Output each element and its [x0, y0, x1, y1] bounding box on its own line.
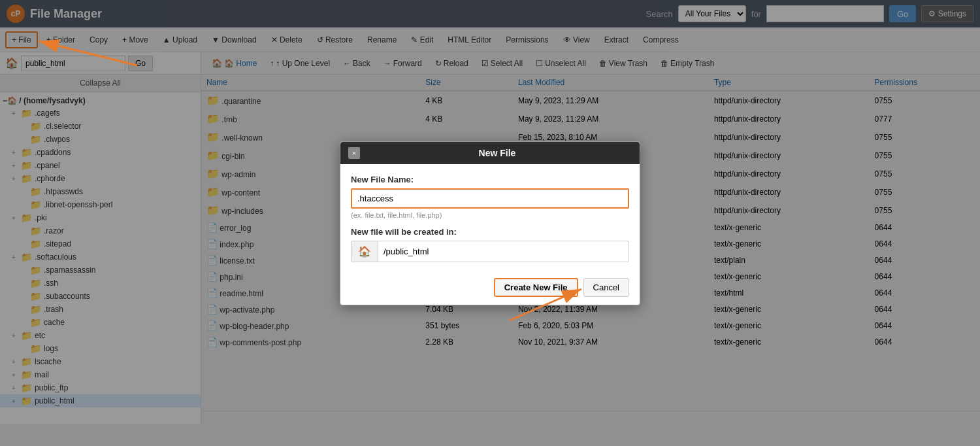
file-name-hint: (ex. file.txt, file.html, file.php): [351, 211, 629, 219]
modal-close-button[interactable]: ×: [348, 147, 360, 159]
file-name-label: New File Name:: [351, 175, 629, 184]
modal-overlay: × New File New File Name: (ex. file.txt,…: [0, 0, 980, 446]
location-input[interactable]: [378, 243, 621, 260]
new-file-modal: × New File New File Name: (ex. file.txt,…: [340, 141, 640, 305]
modal-title: New File: [363, 148, 632, 158]
modal-footer: Create New File Cancel: [340, 273, 640, 305]
modal-header: × New File: [340, 142, 640, 164]
file-name-input[interactable]: [351, 188, 629, 209]
modal-body: New File Name: (ex. file.txt, file.html,…: [340, 164, 640, 273]
location-label: New file will be created in:: [351, 227, 629, 237]
location-row: 🏠: [351, 241, 629, 262]
create-new-file-button[interactable]: Create New File: [494, 278, 578, 297]
cancel-button[interactable]: Cancel: [583, 278, 629, 297]
location-home-icon: 🏠: [351, 241, 378, 262]
